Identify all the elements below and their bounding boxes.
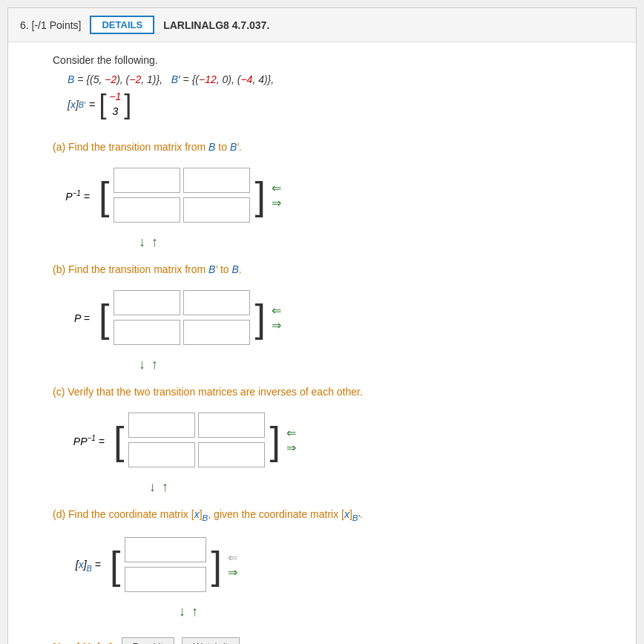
part-c-input-r1c1[interactable] [128,413,195,438]
part-c-label: (c) Verify that the two transition matri… [53,386,591,398]
part-a-input-r2c1[interactable] [114,197,180,223]
part-a-sort-controls: ↓ ↑ [139,234,591,250]
part-d-input-r2[interactable] [125,567,206,592]
part-a-label: (a) Find the transition matrix from B to… [53,141,591,153]
part-b-label: (b) Find the transition matrix from B′ t… [53,263,591,275]
part-b-sort-controls: ↓ ↑ [139,357,591,372]
part-b-label-p: P = [60,312,90,324]
x-b-prime-display: [x] B′ = [ −1 3 ] [68,88,131,120]
part-b-input-r2c2[interactable] [183,320,250,345]
part-a-label-p: P−1 = [60,189,90,203]
part-d-label: (d) Find the coordinate matrix [x]B, giv… [53,508,591,522]
part-d-matrix: [x]B = [ ] ⇐ ⇒ [60,533,591,598]
part-c-input-matrix: [ ] ⇐ ⇒ [112,408,296,473]
part-c-grid [125,408,268,473]
need-help-label: Need Help? [53,640,114,644]
part-b-arrow-right[interactable]: ⇒ [272,320,281,332]
read-it-button[interactable]: Read It [122,637,175,644]
part-d-arrow-down[interactable]: ↓ [179,604,185,620]
part-b-matrix: P = [ ] ⇐ ⇒ [60,286,591,351]
part-a-arrow-controls: ⇐ ⇒ [272,183,281,209]
part-b-arrow-left[interactable]: ⇐ [272,305,281,317]
question-header: 6. [-/1 Points] DETAILS LARLINALG8 4.7.0… [8,8,636,42]
part-c-input-r2c1[interactable] [128,442,195,467]
part-c-arrow-controls: ⇐ ⇒ [286,427,296,454]
part-a-grid [111,163,253,229]
question-number: 6. [-/1 Points] [20,19,81,31]
part-c-arrow-down[interactable]: ↓ [149,479,156,495]
problem-id: LARLINALG8 4.7.037. [163,19,269,31]
part-d-arrow-left[interactable]: ⇐ [228,552,237,564]
part-d-arrow-right[interactable]: ⇒ [228,567,237,579]
math-sets: B = {(5, −2), (−2, 1)}, B′ = {(−12, 0), … [68,73,591,85]
part-b-input-r1c2[interactable] [183,290,250,315]
need-help-section: Need Help? Read It Watch It [53,637,591,644]
part-a-arrow-left[interactable]: ⇐ [272,183,281,194]
part-d-arrow-controls: ⇐ ⇒ [228,552,237,579]
intro-text: Consider the following. [53,54,591,66]
part-b-arrow-up[interactable]: ↑ [151,357,158,372]
part-b-arrow-down[interactable]: ↓ [139,357,145,372]
part-c-matrix: PP−1 = [ ] ⇐ ⇒ [60,408,591,473]
details-button[interactable]: DETAILS [90,16,154,34]
part-c-arrow-left[interactable]: ⇐ [286,427,296,439]
part-b-input-r2c1[interactable] [114,320,180,345]
part-a-arrow-down[interactable]: ↓ [139,234,145,250]
part-d-arrow-up[interactable]: ↑ [191,604,198,620]
part-d-input-matrix: [ ] ⇐ ⇒ [108,533,237,598]
part-c-sort-controls: ↓ ↑ [149,479,591,495]
part-a-arrow-up[interactable]: ↑ [151,234,158,250]
watch-it-button[interactable]: Watch It [182,637,239,644]
part-a-input-r1c2[interactable] [183,168,250,193]
part-a-matrix: P−1 = [ ] ⇐ ⇒ [60,163,591,229]
part-b-arrow-controls: ⇐ ⇒ [272,305,281,332]
part-c-input-r1c2[interactable] [198,413,265,438]
part-a-arrow-right[interactable]: ⇒ [272,197,281,209]
part-a-input-r1c1[interactable] [114,168,180,193]
part-c-arrow-up[interactable]: ↑ [162,479,168,495]
part-a-input-matrix: [ ] ⇐ ⇒ [97,163,281,229]
part-c-arrow-right[interactable]: ⇒ [286,442,296,454]
part-b-grid [111,286,253,351]
part-d-sort-controls: ↓ ↑ [179,604,591,620]
part-b-input-matrix: [ ] ⇐ ⇒ [97,286,281,351]
part-b-input-r1c1[interactable] [114,290,180,315]
part-d-input-r1[interactable] [125,537,206,562]
part-d-label-x: [x]B = [60,559,101,573]
part-d-grid [122,533,209,598]
part-c-input-r2c2[interactable] [198,442,265,467]
page-container: 6. [-/1 Points] DETAILS LARLINALG8 4.7.0… [7,7,637,644]
part-a-input-r2c2[interactable] [183,197,250,223]
part-c-label-pp: PP−1 = [60,434,105,447]
question-body: Consider the following. B = {(5, −2), (−… [8,42,636,644]
